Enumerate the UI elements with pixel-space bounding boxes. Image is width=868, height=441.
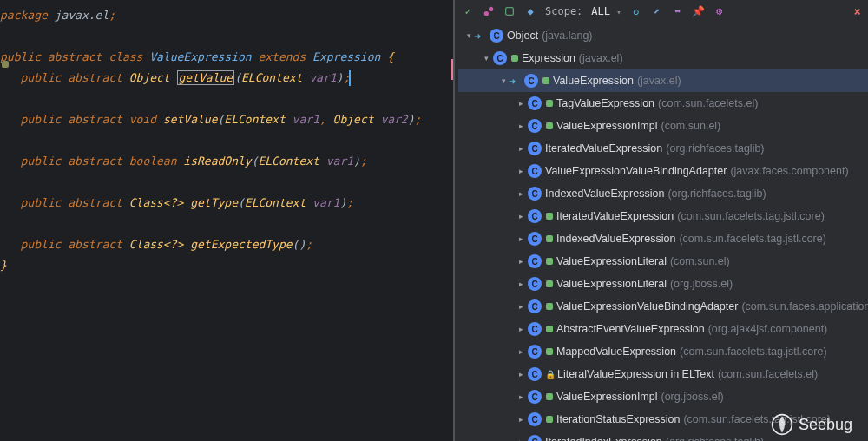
expand-toggle-icon[interactable]: ▸: [516, 144, 526, 153]
expand-toggle-icon[interactable]: ▸: [516, 257, 526, 266]
expand-toggle-icon[interactable]: ▸: [516, 302, 526, 311]
tree-row[interactable]: ▸CTagValueExpression(com.sun.facelets.el…: [458, 92, 868, 115]
filter-icon[interactable]: ◆: [524, 5, 536, 17]
method-getexpectedtype[interactable]: getExpectedType: [190, 238, 292, 251]
class-name-label: TagValueExpression: [556, 97, 654, 109]
keyword: public: [20, 113, 61, 126]
class-name-label: Expression: [522, 52, 575, 64]
tree-row[interactable]: ▸CValueExpressionLiteral(org.jboss.el): [458, 273, 868, 295]
class-icon: C: [528, 367, 542, 381]
abstract-marker-icon: [546, 235, 553, 242]
code-editor[interactable]: package javax.el; public abstract class …: [0, 0, 453, 441]
package-label: (org.jboss.el): [670, 278, 733, 290]
checkmark-icon[interactable]: ✓: [462, 5, 474, 17]
expand-toggle-icon[interactable]: ▸: [516, 347, 526, 356]
tree-row[interactable]: ▸CIndexedValueExpression(com.sun.facelet…: [458, 227, 868, 250]
expand-all-icon[interactable]: ⬌: [672, 5, 684, 17]
package-label: (com.sun.facelets.tag.jstl.core): [680, 346, 827, 358]
param: var2: [380, 113, 407, 126]
tree-row[interactable]: ▸CValueExpressionLiteral(com.sun.el): [458, 250, 868, 273]
abstract-marker-icon: [546, 122, 553, 129]
package-label: (org.richfaces.taglib): [667, 188, 766, 200]
tree-row[interactable]: ▸CIteratedValueExpression(com.sun.facele…: [458, 205, 868, 227]
class-icon: C: [528, 209, 542, 223]
class-name-label: ValueExpressionValueBindingAdapter: [556, 300, 738, 313]
method-setvalue[interactable]: setValue: [163, 113, 218, 126]
expand-toggle-icon[interactable]: ▸: [516, 325, 526, 333]
hierarchy-up-icon[interactable]: [483, 5, 495, 17]
abstract-marker-icon: [546, 393, 553, 400]
expand-toggle-icon[interactable]: ▸: [516, 234, 526, 243]
param: var1: [309, 71, 336, 84]
class-name-label: LiteralValueExpression in ELText: [557, 368, 714, 380]
class-icon: C: [528, 232, 542, 246]
expand-toggle-icon[interactable]: ▾: [464, 31, 474, 40]
tree-row[interactable]: ▾➜CValueExpression(javax.el): [458, 69, 868, 92]
tree-row[interactable]: ▸CAbstractEventValueExpression(org.ajax4…: [458, 318, 868, 340]
expand-toggle-icon[interactable]: ▸: [516, 212, 526, 220]
expand-toggle-icon[interactable]: ▸: [516, 392, 526, 401]
close-icon[interactable]: ×: [854, 4, 861, 18]
abstract-marker-icon: [511, 55, 518, 62]
keyword: extends: [258, 50, 306, 63]
hierarchy-tree[interactable]: ▾➜CObject(java.lang)▾CExpression(javax.e…: [455, 23, 868, 441]
tree-row[interactable]: ▸C🔒LiteralValueExpression in ELText(com.…: [458, 363, 868, 385]
caret-indicator: [451, 59, 453, 80]
expand-toggle-icon[interactable]: ▸: [516, 99, 526, 108]
abstract-marker-icon: [546, 100, 553, 107]
keyword: class: [108, 50, 142, 63]
autoscroll-icon[interactable]: ⬈: [651, 5, 663, 17]
svg-rect-2: [506, 7, 514, 15]
hierarchy-panel: ✓ ◆ Scope: ALL ▾ ↻ ⬈ ⬌ 📌 ⚙ × ▾➜CObject(j…: [453, 0, 868, 441]
expand-toggle-icon[interactable]: ▸: [516, 280, 526, 288]
abstract-marker-icon: [546, 213, 553, 220]
tree-row[interactable]: ▸CIteratedValueExpression(org.richfaces.…: [458, 137, 868, 160]
package-label: (javax.el): [579, 52, 623, 64]
expand-toggle-icon[interactable]: ▸: [516, 167, 526, 175]
class-icon: C: [528, 412, 542, 426]
hierarchy-down-icon[interactable]: [503, 5, 516, 17]
class-name-label: ValueExpressionValueBindingAdapter: [545, 165, 727, 177]
expand-toggle-icon[interactable]: ▸: [516, 189, 526, 198]
package-label: (com.sun.facelets.tag.jstl.core): [677, 210, 825, 222]
svg-point-1: [489, 6, 493, 10]
tree-row[interactable]: ▸CIndexedValueExpression(org.richfaces.t…: [458, 182, 868, 205]
type: ELContext: [258, 155, 319, 168]
expand-toggle-icon[interactable]: ▸: [516, 122, 526, 130]
tree-row[interactable]: ▸CValueExpressionValueBindingAdapter(jav…: [458, 160, 868, 182]
class-name-label: IndexedValueExpression: [545, 188, 664, 200]
gutter-override-icon[interactable]: [2, 61, 9, 68]
class-name-label: MappedValueExpression: [556, 346, 676, 358]
refresh-icon[interactable]: ↻: [630, 5, 642, 17]
tree-row[interactable]: ▸CValueExpressionImpl(org.jboss.el): [458, 385, 868, 408]
watermark-text: Seebug: [799, 416, 852, 434]
expand-toggle-icon[interactable]: ▸: [516, 370, 526, 378]
class-name-label: IndexedValueExpression: [556, 233, 675, 245]
tree-row[interactable]: ▸CValueExpressionValueBindingAdapter(com…: [458, 295, 868, 318]
method-gettype[interactable]: getType: [190, 196, 238, 209]
keyword: abstract: [68, 196, 122, 209]
tree-row[interactable]: ▾➜CObject(java.lang): [458, 24, 868, 47]
class-icon: C: [528, 322, 542, 336]
tree-row[interactable]: ▸CMappedValueExpression(com.sun.facelets…: [458, 340, 868, 363]
tree-row[interactable]: ▸CValueExpressionImpl(com.sun.el): [458, 115, 868, 137]
settings-icon[interactable]: ⚙: [713, 5, 726, 17]
keyword: abstract: [68, 155, 122, 168]
class-icon: C: [528, 277, 542, 291]
expand-toggle-icon[interactable]: ▸: [516, 438, 526, 441]
expand-toggle-icon[interactable]: ▾: [498, 76, 509, 85]
tree-row[interactable]: ▾CExpression(javax.el): [458, 47, 868, 69]
scope-dropdown[interactable]: ALL ▾: [591, 5, 621, 17]
expand-toggle-icon[interactable]: ▸: [516, 415, 526, 424]
keyword: public: [20, 155, 61, 168]
class-name-label: IteratedValueExpression: [545, 142, 662, 155]
expand-toggle-icon[interactable]: ▾: [481, 54, 491, 63]
method-isreadonly[interactable]: isReadOnly: [183, 155, 251, 168]
pin-icon[interactable]: 📌: [693, 5, 705, 17]
type: Object: [129, 71, 170, 84]
package-label: (org.ajax4jsf.component): [708, 323, 828, 335]
method-getvalue[interactable]: getValue: [177, 70, 235, 85]
class-name-label: IterationStatusExpression: [556, 413, 680, 425]
type: ELContext: [241, 71, 302, 84]
scope-label: Scope:: [545, 5, 582, 17]
